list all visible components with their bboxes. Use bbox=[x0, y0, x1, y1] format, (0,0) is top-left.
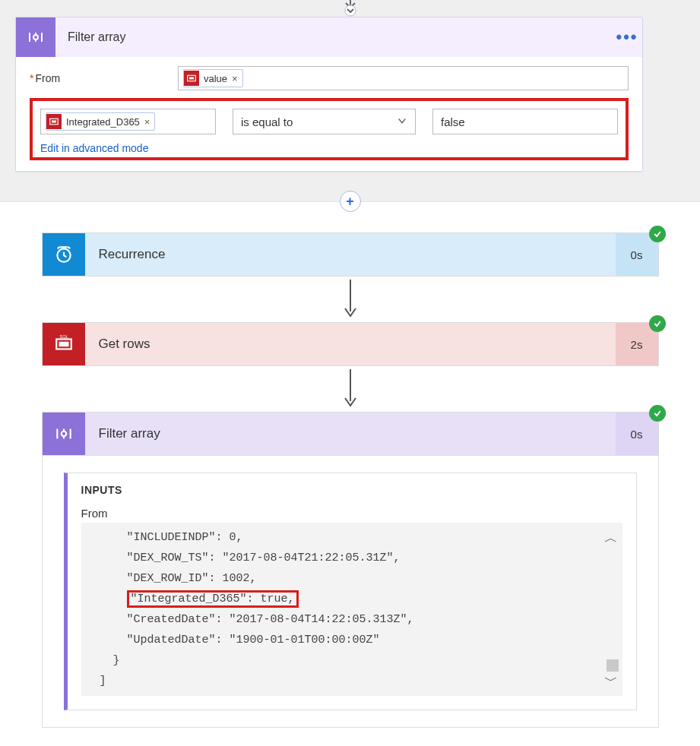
recurrence-run-card[interactable]: Recurrence 0s bbox=[42, 232, 659, 277]
condition-operator-select[interactable]: is equal to bbox=[233, 109, 416, 134]
sql-icon bbox=[184, 71, 199, 86]
edit-advanced-mode-link[interactable]: Edit in advanced mode bbox=[40, 142, 618, 154]
svg-point-13 bbox=[61, 431, 66, 437]
from-field-label: *From bbox=[30, 72, 178, 84]
svg-rect-4 bbox=[189, 77, 194, 80]
filter-array-icon bbox=[43, 413, 85, 455]
svg-text:SQL: SQL bbox=[59, 334, 68, 339]
scrollbar-thumb[interactable] bbox=[607, 659, 619, 672]
token-integrated-d365[interactable]: Integrated_D365 × bbox=[46, 112, 155, 131]
scroll-up-button[interactable]: ︿ bbox=[604, 529, 618, 547]
condition-left-input[interactable]: Integrated_D365 × bbox=[40, 109, 216, 134]
token-remove-icon[interactable]: × bbox=[232, 73, 238, 84]
connector-arrow bbox=[42, 366, 659, 412]
designer-canvas: Filter array ••• *From value × bbox=[0, 0, 700, 202]
filter-array-icon bbox=[16, 17, 55, 57]
filter-array-card-header[interactable]: Filter array ••• bbox=[16, 17, 642, 57]
filter-run-body: INPUTS From "INCLUDEINDP": 0, "DEX_ROW_T… bbox=[42, 456, 659, 728]
add-step-button[interactable]: + bbox=[340, 191, 361, 212]
getrows-run-card[interactable]: SQL Get rows 2s bbox=[42, 322, 659, 366]
inputs-panel: INPUTS From "INCLUDEINDP": 0, "DEX_ROW_T… bbox=[64, 473, 637, 710]
condition-right-input[interactable]: false bbox=[432, 109, 618, 134]
card-menu-button[interactable]: ••• bbox=[612, 27, 642, 47]
token-value[interactable]: value × bbox=[183, 69, 243, 87]
inputs-heading: INPUTS bbox=[81, 484, 622, 496]
connector-arrow bbox=[42, 277, 659, 322]
svg-rect-6 bbox=[52, 121, 56, 123]
chevron-down-icon bbox=[397, 115, 407, 128]
from-json-viewer[interactable]: "INCLUDEINDP": 0, "DEX_ROW_TS": "2017-08… bbox=[81, 523, 622, 696]
connector-arrow-top bbox=[341, 0, 360, 17]
svg-rect-11 bbox=[59, 342, 68, 347]
filter-array-designer-card[interactable]: Filter array ••• *From value × bbox=[15, 17, 643, 172]
svg-point-1 bbox=[345, 5, 356, 16]
sql-icon: SQL bbox=[43, 323, 85, 365]
filter-array-card-body: *From value × bbox=[16, 57, 642, 171]
recurrence-title: Recurrence bbox=[85, 247, 616, 262]
scroll-down-button[interactable]: ﹀ bbox=[604, 672, 618, 690]
from-heading: From bbox=[81, 507, 622, 520]
success-badge bbox=[649, 315, 666, 332]
token-integrated-d365-label: Integrated_D365 bbox=[66, 116, 140, 128]
svg-point-2 bbox=[33, 35, 38, 40]
success-badge bbox=[649, 405, 666, 422]
token-remove-icon[interactable]: × bbox=[144, 116, 150, 128]
condition-right-value: false bbox=[441, 115, 465, 128]
token-value-label: value bbox=[204, 73, 227, 84]
success-badge bbox=[649, 226, 666, 242]
filter-array-card-title: Filter array bbox=[55, 30, 612, 44]
filter-array-run-card[interactable]: Filter array 0s bbox=[42, 412, 659, 456]
filter-run-title: Filter array bbox=[85, 426, 616, 441]
condition-highlight-box: Integrated_D365 × is equal to false bbox=[30, 98, 629, 160]
clock-icon bbox=[43, 233, 85, 276]
from-input[interactable]: value × bbox=[178, 66, 629, 90]
sql-icon bbox=[46, 114, 62, 129]
condition-operator-label: is equal to bbox=[241, 115, 293, 128]
run-history-area: Recurrence 0s SQL Get rows 2s bbox=[0, 202, 700, 743]
getrows-title: Get rows bbox=[85, 337, 616, 352]
